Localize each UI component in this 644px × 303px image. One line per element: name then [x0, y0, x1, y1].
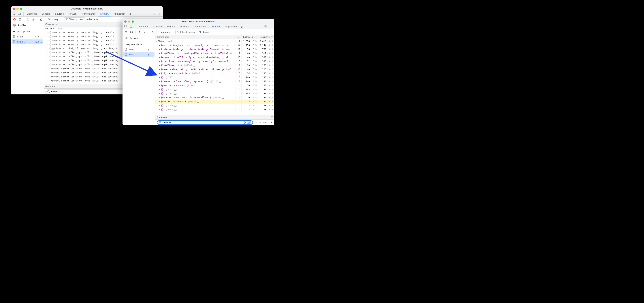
- kebab-menu-icon[interactable]: [268, 24, 274, 29]
- svg-point-26: [159, 121, 161, 123]
- tab-sources[interactable]: Sources: [53, 11, 66, 16]
- tree-row[interactable]: ▸{interactionTarget, interactionTargetEl…: [156, 47, 274, 51]
- tree-row[interactable]: ▸{element, timeToFirstByte, resourceLoad…: [156, 55, 274, 59]
- close-window[interactable]: [13, 8, 15, 10]
- download-button[interactable]: [142, 30, 147, 34]
- tree-row[interactable]: ▸{loadTimes, csi} @497072280 %2600 %: [156, 63, 274, 67]
- tree-root-row[interactable]: ▾Object ×4521 5560 %6 6160 %: [156, 39, 274, 43]
- tab-console[interactable]: Console: [39, 11, 52, 16]
- tree-row[interactable]: ▸{startTime, processingStart, processing…: [156, 59, 274, 63]
- svg-point-24: [126, 38, 127, 38]
- close-search-icon[interactable]: [270, 121, 273, 124]
- search-field[interactable]: [163, 121, 242, 124]
- tab-memory[interactable]: Memory: [98, 11, 111, 16]
- objects-dropdown[interactable]: All objects: [197, 30, 211, 34]
- tree-row[interactable]: ▸{application_label, cl, command_line, ……: [156, 43, 274, 47]
- col-shallow[interactable]: Shallow Si…: [239, 36, 257, 38]
- snapshot-item[interactable]: Snap…(1.…: [123, 52, 154, 57]
- object-tree[interactable]: ▾Object ×4521 5560 %6 6160 %▸{applicatio…: [156, 39, 274, 115]
- upload-button[interactable]: [26, 17, 30, 22]
- kebab-menu-icon[interactable]: [157, 11, 162, 16]
- device-mode-icon[interactable]: [129, 24, 134, 29]
- tab-application[interactable]: Application: [112, 11, 128, 16]
- tab-memory[interactable]: Memory: [210, 24, 223, 29]
- svg-line-22: [131, 31, 132, 33]
- svg-line-13: [49, 92, 50, 93]
- tree-row[interactable]: ▸{id, latency, entries} @623455240 %1960…: [156, 71, 274, 75]
- tune-icon: [13, 24, 16, 27]
- more-tabs-icon[interactable]: [239, 24, 244, 29]
- summary-dropdown[interactable]: Summary: [158, 30, 174, 34]
- tab-performance[interactable]: Performance: [80, 11, 98, 16]
- download-button[interactable]: [31, 17, 36, 22]
- tab-sources[interactable]: Sources: [164, 24, 178, 29]
- inspect-icon[interactable]: [12, 11, 17, 16]
- clear-search-icon[interactable]: [243, 121, 246, 124]
- clear-button[interactable]: [18, 17, 22, 22]
- maximize-window[interactable]: [132, 20, 134, 23]
- tree-row[interactable]: ▸{loadTimes, csi, send, getVariableValue…: [156, 51, 274, 55]
- col-distance[interactable]: Di…: [233, 36, 239, 38]
- tree-row[interactable]: ▸{webUIResponse, webUIListenerCallback} …: [156, 95, 274, 99]
- settings-icon[interactable]: [152, 11, 156, 16]
- gc-button[interactable]: [150, 30, 155, 34]
- objects-dropdown[interactable]: All objects: [86, 17, 99, 21]
- retainers-menu-icon[interactable]: [270, 116, 273, 118]
- search-icon: [159, 121, 162, 124]
- search-prev-icon[interactable]: [254, 122, 257, 123]
- settings-icon[interactable]: [263, 24, 268, 29]
- tree-row[interactable]: ▸{} @4266351400 %1800 %: [156, 75, 274, 79]
- snapshot-item[interactable]: Snap…(1.6…: [12, 34, 43, 39]
- tab-application[interactable]: Application: [223, 24, 239, 29]
- maximize-window[interactable]: [20, 8, 22, 10]
- device-mode-icon[interactable]: [17, 11, 22, 16]
- search-result-count: 2 of 2: [262, 121, 268, 124]
- tree-row[interactable]: ▸{} @5354131080 %1480 %: [156, 91, 274, 95]
- snapshot-icon: [124, 53, 127, 56]
- svg-point-9: [14, 24, 14, 25]
- clear-button[interactable]: [129, 30, 134, 34]
- summary-dropdown[interactable]: Summary: [47, 17, 63, 21]
- svg-point-5: [159, 14, 160, 14]
- class-filter-input[interactable]: Filter by class: [64, 17, 85, 21]
- more-tabs-icon[interactable]: [128, 11, 133, 16]
- tree-row[interactable]: ▸{remove, before, after, replaceWith} @6…: [156, 79, 274, 83]
- inspect-icon[interactable]: [123, 24, 128, 29]
- minimize-window[interactable]: [16, 8, 19, 10]
- tab-network[interactable]: Network: [178, 24, 191, 29]
- record-button[interactable]: [124, 30, 128, 34]
- tab-console[interactable]: Console: [151, 24, 164, 29]
- close-window[interactable]: [124, 20, 126, 23]
- tree-row[interactable]: ▸{name, value, rating, delta, entries, i…: [156, 67, 274, 71]
- upload-button[interactable]: [137, 30, 142, 34]
- gc-button[interactable]: [39, 17, 44, 22]
- minimize-window[interactable]: [128, 20, 130, 23]
- record-button[interactable]: [12, 17, 17, 22]
- tree-row[interactable]: ▸{} @3425331080 %1480 %: [156, 87, 274, 91]
- tab-elements[interactable]: Elements: [25, 11, 39, 16]
- snapshot-item[interactable]: Snap…(1.…: [123, 47, 154, 51]
- svg-point-25: [126, 38, 126, 39]
- tab-network[interactable]: Network: [66, 11, 80, 16]
- profiles-header: Profiles: [12, 23, 43, 27]
- tab-elements[interactable]: Elements: [136, 24, 150, 29]
- tune-icon: [125, 37, 128, 39]
- col-retained[interactable]: Retained…: [257, 36, 274, 38]
- profiles-sidebar: Profiles Heap snapshots Snap…(1.6… Snap……: [11, 22, 44, 94]
- svg-line-8: [19, 19, 21, 20]
- snapshot-item[interactable]: Snap…(1.6…: [12, 39, 43, 44]
- search-input[interactable]: Aa: [157, 120, 253, 125]
- col-constructor[interactable]: Constructor: [156, 36, 233, 38]
- tree-row[interactable]: ▸{nowInMicroseconds} @620393280 %960 %: [156, 99, 274, 104]
- tab-performance[interactable]: Performance: [191, 24, 209, 29]
- tree-row[interactable]: ▸{} @383993280 %680 %: [156, 104, 274, 108]
- search-next-icon[interactable]: [258, 122, 261, 123]
- perspective-dropdown-icon[interactable]: [270, 31, 272, 32]
- svg-rect-1: [18, 13, 20, 14]
- window-title: DevTools - chrome://version/: [11, 7, 163, 10]
- tree-row[interactable]: ▸{} @464553280 %680 %: [156, 108, 274, 112]
- match-case-toggle[interactable]: Aa: [247, 121, 251, 124]
- class-filter-input[interactable]: Filter by class: [175, 30, 196, 34]
- tree-row[interactable]: ▸{passive, capture} @622934200 %1600 %: [156, 83, 274, 87]
- svg-point-10: [15, 25, 16, 26]
